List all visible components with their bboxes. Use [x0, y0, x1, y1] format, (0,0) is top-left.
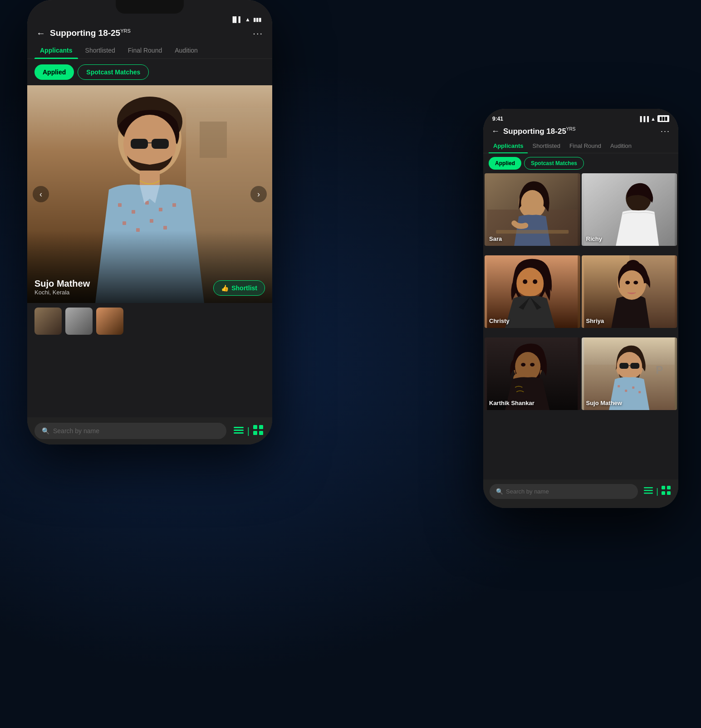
list-view-icon-right[interactable]: [642, 485, 654, 498]
search-bar-left: 🔍 Search by name |: [27, 417, 272, 445]
hero-location: Kochi, Kerala: [34, 289, 90, 296]
svg-point-29: [521, 190, 544, 215]
status-time-right: 9:41: [492, 116, 503, 122]
grid-name-karthik: Karthik Shankar: [489, 400, 534, 406]
thumb-2[interactable]: [65, 308, 93, 335]
hero-info: Sujo Mathew Kochi, Kerala: [34, 278, 90, 296]
toggle-row-right: Applied Spotcast Matches: [483, 153, 678, 173]
svg-rect-18: [163, 226, 167, 230]
grid-cell-sara[interactable]: Sara: [485, 173, 580, 246]
page-title-right: Supporting 18-25YRS: [503, 127, 661, 136]
svg-rect-30: [496, 230, 569, 234]
wifi-icon-right: ▲: [651, 116, 656, 122]
tab-shortlisted-right[interactable]: Shortlisted: [528, 139, 564, 153]
app-header-left: ← Supporting 18-25YRS ···: [27, 24, 272, 42]
tab-audition-left[interactable]: Audition: [169, 42, 203, 59]
tab-final-round-right[interactable]: Final Round: [565, 139, 606, 153]
grid-name-sujo: Sujo Mathew: [586, 400, 622, 406]
signal-icon: ▐▌▌: [231, 16, 243, 23]
search-input-wrap-left[interactable]: 🔍 Search by name: [34, 423, 226, 439]
thumb-1[interactable]: [34, 308, 62, 335]
battery-icon-right: ▮▮▮: [657, 115, 669, 122]
thumb-3[interactable]: [96, 308, 123, 335]
back-button-left[interactable]: ←: [36, 28, 45, 39]
phone-left: ▐▌▌ ▲ ▮▮▮ ← Supporting 18-25YRS ··· Appl…: [27, 0, 272, 445]
svg-rect-17: [150, 219, 153, 223]
svg-rect-22: [253, 425, 257, 429]
notch-left: [116, 0, 184, 14]
svg-rect-62: [638, 391, 641, 393]
tabs-right: Applicants Shortlisted Final Round Audit…: [483, 139, 678, 153]
svg-rect-21: [234, 432, 244, 434]
svg-rect-25: [259, 431, 263, 435]
svg-rect-59: [618, 385, 620, 387]
tab-audition-right[interactable]: Audition: [606, 139, 636, 153]
grid-name-sara: Sara: [489, 235, 502, 242]
svg-rect-70: [667, 491, 671, 495]
grid-cell-shriya[interactable]: Shriya: [582, 255, 677, 328]
applied-toggle-right[interactable]: Applied: [489, 157, 521, 170]
svg-point-51: [530, 363, 534, 366]
svg-rect-57: [630, 363, 639, 369]
tab-final-round-left[interactable]: Final Round: [123, 42, 168, 59]
svg-rect-23: [259, 425, 263, 429]
hero-nav-right[interactable]: ›: [250, 186, 267, 202]
tab-applicants-left[interactable]: Applicants: [34, 42, 78, 59]
tab-shortlisted-left[interactable]: Shortlisted: [80, 42, 121, 59]
status-icons-left: ▐▌▌ ▲ ▮▮▮: [231, 16, 261, 23]
svg-rect-13: [159, 208, 162, 211]
hero-container-left: ‹ › Sujo Mathew Kochi, Kerala 👍 Shortlis…: [27, 85, 272, 303]
phone-right: 9:41 ▐▐▐ ▲ ▮▮▮ ← Supporting 18-25YRS ···…: [483, 109, 678, 508]
svg-rect-24: [253, 431, 257, 435]
view-icons-left: |: [232, 423, 265, 439]
view-divider-left: |: [247, 426, 250, 436]
spotcast-toggle-right[interactable]: Spotcast Matches: [524, 157, 584, 170]
tab-applicants-right[interactable]: Applicants: [489, 139, 528, 153]
svg-rect-60: [625, 390, 627, 392]
more-options-right[interactable]: ···: [661, 127, 670, 136]
view-icons-right: |: [642, 484, 672, 498]
hero-nav-left[interactable]: ‹: [33, 186, 49, 202]
thumbs-up-icon: 👍: [221, 284, 229, 292]
grid-name-richy: Richy: [586, 235, 602, 242]
grid-name-christy: Christy: [489, 318, 510, 324]
applicants-grid: Sara Richy: [483, 173, 678, 418]
svg-rect-7: [152, 139, 169, 149]
grid-cell-richy[interactable]: Richy: [582, 173, 677, 246]
list-view-icon-left[interactable]: [232, 424, 245, 438]
phone-right-screen: 9:41 ▐▐▐ ▲ ▮▮▮ ← Supporting 18-25YRS ···…: [483, 109, 678, 508]
svg-rect-6: [131, 139, 148, 149]
tabs-left: Applicants Shortlisted Final Round Audit…: [27, 42, 272, 59]
svg-point-50: [521, 363, 525, 366]
spotcast-toggle-left[interactable]: Spotcast Matches: [78, 64, 149, 80]
svg-rect-67: [662, 486, 665, 489]
svg-rect-19: [234, 427, 244, 428]
svg-rect-11: [132, 210, 135, 214]
app-header-right: ← Supporting 18-25YRS ···: [483, 124, 678, 139]
svg-point-44: [625, 281, 630, 284]
status-icons-right: ▐▐▐ ▲ ▮▮▮: [638, 115, 669, 122]
signal-icon-right: ▐▐▐: [638, 116, 649, 122]
svg-text:P: P: [656, 364, 663, 376]
back-button-right[interactable]: ←: [491, 127, 500, 136]
svg-point-42: [626, 260, 640, 271]
phone-left-screen: ▐▌▌ ▲ ▮▮▮ ← Supporting 18-25YRS ··· Appl…: [27, 0, 272, 445]
grid-cell-karthik[interactable]: Karthik Shankar: [485, 337, 580, 410]
shortlist-button[interactable]: 👍 Shortlist: [213, 280, 265, 296]
svg-rect-15: [123, 221, 126, 225]
svg-point-37: [523, 279, 527, 284]
svg-rect-61: [632, 386, 634, 389]
search-input-wrap-right[interactable]: 🔍 Search by name: [490, 484, 638, 499]
view-divider-right: |: [656, 487, 658, 496]
grid-cell-sujo[interactable]: P Sujo Mathew: [582, 337, 677, 410]
more-options-left[interactable]: ···: [253, 28, 263, 39]
grid-cell-christy[interactable]: Christy: [485, 255, 580, 328]
svg-point-38: [533, 279, 537, 284]
grid-name-shriya: Shriya: [586, 318, 604, 324]
grid-view-icon-left[interactable]: [251, 423, 265, 439]
search-icon-right: 🔍: [496, 488, 503, 495]
svg-point-45: [633, 281, 638, 284]
applied-toggle-left[interactable]: Applied: [34, 64, 74, 80]
search-placeholder-left: Search by name: [53, 427, 99, 435]
grid-view-icon-right[interactable]: [660, 484, 672, 498]
